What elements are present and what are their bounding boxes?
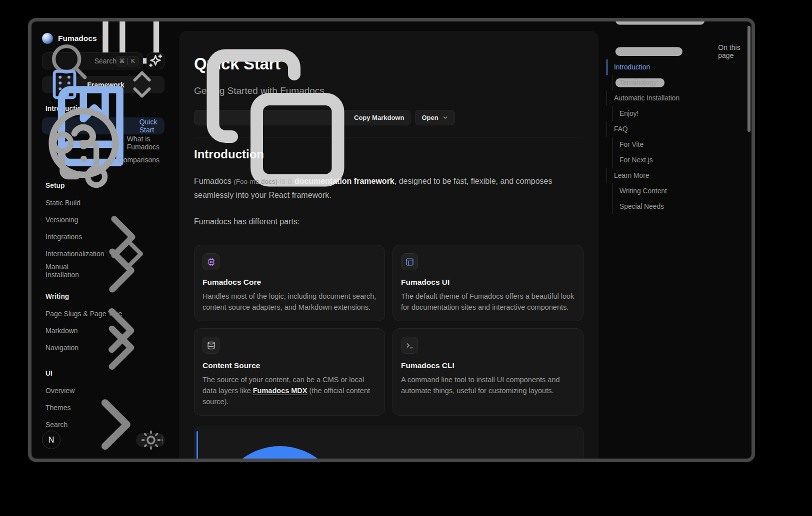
card-description: Handles most of the logic, including doc… [202,291,376,313]
intro-pronunciation: (Foo-ma docs) [234,178,278,185]
toc-item-automatic-installation[interactable]: Automatic Installation [606,90,746,106]
toc-header: On this page [606,46,746,56]
introduction-heading: Introduction [194,147,584,161]
toc-item-terminology[interactable]: Terminology [606,75,746,90]
card-title: Content Source [202,361,376,370]
copy-markdown-button[interactable]: Copy Markdown [194,110,410,125]
open-button[interactable]: Open [415,110,454,125]
toc-item-learn-more[interactable]: Learn More [606,168,746,183]
intro-mid: is a [278,177,294,185]
info-callout: Want to learn more? Read our in-depth Wh… [194,427,584,459]
cpu-icon [207,258,216,266]
sidebar-item-manual-installation[interactable]: Manual Installation [42,262,164,279]
sidebar-item-label: Comparisons [118,156,160,164]
scrollbar-thumb[interactable] [748,26,750,132]
sidebar-item-label: Overview [46,387,74,395]
intro-name: Fumadocs [194,177,234,185]
sidebar-item-label: Manual Installation [46,263,79,279]
card-fumadocs-ui[interactable]: Fumadocs UIThe default theme of Fumadocs… [392,245,584,321]
sidebar: Fumadocs Search ⌘ K Framework Introducti… [32,21,180,459]
sidebar-group-introduction: IntroductionQuick StartWhat is FumadocsC… [42,103,164,168]
sidebar-item-label: Markdown [46,327,78,335]
card-description: A command line tool to install UI compon… [401,374,575,396]
card-fumadocs-cli[interactable]: Fumadocs CLIA command line tool to insta… [392,328,584,416]
page-actions: Copy Markdown Open [194,110,584,125]
card-icon-chip [202,337,220,354]
sidebar-item-label: Versioning [46,216,78,224]
card-icon-chip [401,253,418,270]
sidebar-item-label: Static Build [46,199,80,207]
toc: On this page IntroductionTerminologyAuto… [606,46,746,214]
moon-icon[interactable] [162,435,163,446]
chevron-down-icon [442,114,448,121]
avatar[interactable]: N [42,431,60,449]
sidebar-footer: N [42,431,165,449]
fumadocs-mdx-link[interactable]: Fumadocs MDX [253,387,308,395]
sidebar-group-setup: SetupStatic BuildVersioningIntegrationsI… [42,180,164,279]
sun-icon[interactable] [140,430,162,451]
sidebar-item-label: Search [46,421,68,429]
sidebar-item-label: Quick Start [140,118,160,134]
screen-background: Fumadocs Search ⌘ K Framework Introducti… [0,0,812,516]
toc-item-special-needs[interactable]: Special Needs [606,199,746,214]
parts-paragraph: Fumadocs has different parts: [194,215,583,228]
toc-item-for-next-js[interactable]: For Next.js [606,152,746,168]
card-icon-chip [401,337,418,354]
sidebar-nav: IntroductionQuick StartWhat is FumadocsC… [42,103,164,433]
open-label: Open [422,114,438,121]
sidebar-item-label: What is Fumadocs [127,135,160,151]
sidebar-item-navigation[interactable]: Navigation [42,339,164,356]
card-description: The source of your content, can be a CMS… [202,374,376,407]
sidebar-group-writing: WritingPage Slugs & Page TreeMarkdownNav… [42,291,164,356]
toc-item-writing-content[interactable]: Writing Content [606,183,746,199]
toc-header-label: On this page [718,43,746,59]
cards-grid: Fumadocs CoreHandles most of the logic, … [194,245,584,416]
intro-bold: documentation framework [294,177,394,185]
copy-markdown-label: Copy Markdown [354,114,404,121]
card-title: Fumadocs CLI [401,361,575,370]
toc-item-faq[interactable]: FAQ [606,121,746,137]
card-content-source[interactable]: Content SourceThe source of your content… [194,328,385,416]
sidebar-item-label: Integrations [46,233,82,241]
layout-icon [406,258,414,266]
app-window: Fumadocs Search ⌘ K Framework Introducti… [28,18,755,462]
database-icon [207,341,216,350]
toc-item-introduction[interactable]: Introduction [606,59,746,75]
main-content: Quick Start Getting Started with Fumadoc… [179,31,598,459]
kbd-k: K [128,56,138,66]
toc-item-enjoy[interactable]: Enjoy! [606,106,746,121]
search-placeholder: Search [94,57,116,65]
sidebar-item-label: Navigation [46,344,78,352]
sidebar-item-label: Themes [46,404,71,412]
toc-list: IntroductionTerminologyAutomatic Install… [606,59,746,214]
info-icon [205,434,355,459]
card-title: Fumadocs Core [202,278,376,287]
intro-paragraph: Fumadocs (Foo-ma docs) is a documentatio… [194,174,583,202]
card-title: Fumadocs UI [401,278,575,287]
terminal-icon [406,341,414,350]
kbd-cmd: ⌘ [116,56,128,66]
card-icon-chip [202,253,220,270]
sidebar-item-comparisons[interactable]: Comparisons [42,151,164,168]
chevron-right-icon [84,310,160,386]
callout-title-row: Want to learn more? [205,434,575,459]
theme-toggle[interactable] [136,433,165,447]
copy-icon [200,43,350,193]
card-description: The default theme of Fumadocs offers a b… [401,291,575,313]
toc-item-for-vite[interactable]: For Vite [606,137,746,152]
card-fumadocs-core[interactable]: Fumadocs CoreHandles most of the logic, … [194,245,385,321]
